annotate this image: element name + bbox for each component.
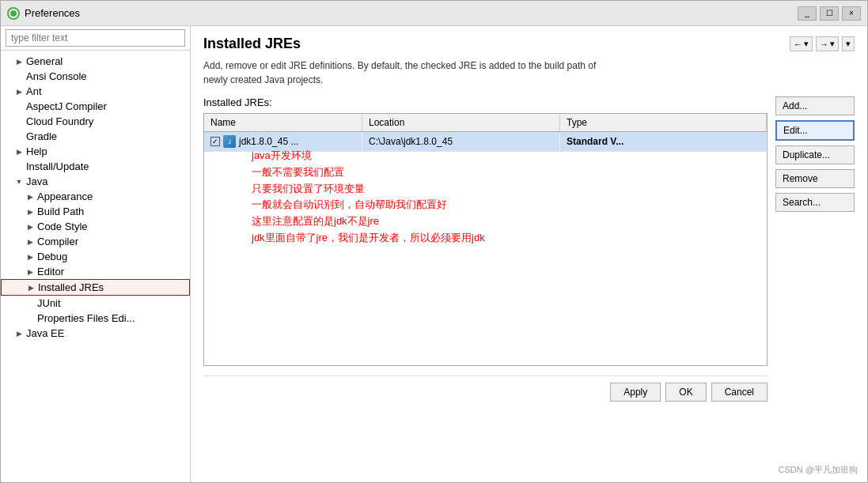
maximize-button[interactable]: ☐ (820, 6, 839, 21)
sidebar-item-junit[interactable]: JUnit (1, 296, 190, 311)
apply-button[interactable]: Apply (610, 383, 661, 402)
right-panel: Installed JREs ← ▾ → ▾ ▾ Add, rem (191, 26, 867, 482)
annotation-line5: 这里注意配置的是jdk不是jre (252, 213, 485, 230)
sidebar-item-label: Ant (26, 85, 42, 97)
sidebar-item-label: Debug (37, 251, 67, 262)
jre-name: jdk1.8.0_45 ... (239, 136, 298, 147)
sidebar-item-label: Java (26, 175, 47, 187)
sidebar-item-label: Editor (37, 266, 64, 277)
annotation-line3: 只要我们设置了环境变量 (252, 181, 485, 198)
window-title: Preferences (25, 7, 793, 19)
spacer-icon (25, 298, 36, 309)
annotation-line1: java开发环境 (252, 148, 485, 164)
sidebar-item-gradle[interactable]: Gradle (1, 129, 190, 144)
checkbox-checked-icon[interactable]: ✓ (210, 137, 220, 146)
panel-description: Add, remove or edit JRE definitions. By … (203, 58, 855, 87)
expand-icon: ▶ (25, 236, 36, 247)
sidebar-item-install-update[interactable]: Install/Update (1, 159, 190, 174)
search-box (1, 26, 190, 51)
sidebar-item-label: Appearance (37, 191, 93, 202)
spacer-icon (13, 161, 25, 172)
remove-button[interactable]: Remove (775, 169, 855, 188)
sidebar-item-code-style[interactable]: ▶ Code Style (1, 219, 190, 234)
annotation-line6: jdk里面自带了jre，我们是开发者，所以必须要用jdk (252, 230, 485, 247)
close-button[interactable]: × (842, 6, 861, 21)
sidebar-item-cloud-foundry[interactable]: Cloud Foundry (1, 114, 190, 129)
expand-icon: ▶ (25, 251, 36, 262)
sidebar-item-general[interactable]: ▶ General (1, 54, 190, 69)
desc-line2: newly created Java projects. (203, 74, 323, 85)
sidebar-item-label: AspectJ Compiler (26, 100, 107, 112)
cancel-button[interactable]: Cancel (711, 383, 768, 402)
sidebar-item-properties-files-editor[interactable]: Properties Files Edi... (1, 311, 190, 326)
sidebar-item-editor[interactable]: ▶ Editor (1, 264, 190, 279)
col-header-name: Name (204, 114, 362, 131)
title-bar: Preferences _ ☐ × (1, 1, 867, 26)
sidebar-item-label: JUnit (37, 297, 61, 309)
forward-button[interactable]: → ▾ (816, 36, 839, 51)
expand-icon: ▶ (13, 56, 25, 67)
forward-icon: → (820, 40, 828, 49)
expand-icon: ▶ (25, 191, 36, 202)
search-input[interactable] (6, 29, 185, 47)
sidebar-item-label: Ansi Console (26, 70, 87, 82)
jre-table-header: Name Location Type (204, 114, 767, 132)
sidebar-item-appearance[interactable]: ▶ Appearance (1, 189, 190, 204)
col-header-location: Location (362, 114, 560, 131)
minimize-button[interactable]: _ (798, 6, 817, 21)
expand-icon: ▶ (13, 146, 25, 157)
annotation-line2: 一般不需要我们配置 (252, 164, 485, 181)
sidebar-item-java-ee[interactable]: ▶ Java EE (1, 326, 190, 341)
jre-location: C:\Java\jdk1.8.0_45 (369, 136, 453, 147)
expand-icon: ▼ (13, 176, 25, 187)
sidebar-item-installed-jres[interactable]: ▶ Installed JREs (1, 279, 190, 296)
sidebar-item-label: Help (26, 145, 47, 157)
search-button[interactable]: Search... (775, 193, 855, 212)
sidebar-item-label: Build Path (37, 206, 84, 217)
jre-icon: J (223, 135, 236, 148)
back-icon: ← (794, 40, 802, 49)
edit-button[interactable]: Edit... (775, 120, 855, 141)
sidebar-item-label: Properties Files Edi... (37, 312, 135, 324)
main-content: ▶ General Ansi Console ▶ Ant AspectJ Com… (1, 26, 867, 482)
spacer-icon (13, 116, 25, 127)
expand-icon: ▶ (13, 86, 25, 97)
panel-header: Installed JREs ← ▾ → ▾ ▾ (203, 36, 855, 52)
expand-icon: ▶ (25, 206, 36, 217)
sidebar-item-build-path[interactable]: ▶ Build Path (1, 204, 190, 219)
desc-line1: Add, remove or edit JRE definitions. By … (203, 60, 596, 71)
watermark: CSDN @平凡加班狗 (779, 464, 858, 476)
menu-button[interactable]: ▾ (842, 36, 855, 51)
duplicate-button[interactable]: Duplicate... (775, 145, 855, 164)
sidebar-item-debug[interactable]: ▶ Debug (1, 249, 190, 264)
bottom-buttons: Apply OK Cancel (203, 375, 768, 402)
right-content: Installed JREs: Name Location Type ✓ J (203, 96, 855, 473)
forward-dropdown-icon: ▾ (830, 39, 835, 49)
spacer-icon (13, 131, 25, 142)
expand-icon: ▶ (25, 221, 36, 232)
app-icon (7, 7, 20, 20)
sidebar-item-label: Install/Update (26, 160, 89, 172)
sidebar-item-help[interactable]: ▶ Help (1, 144, 190, 159)
back-button[interactable]: ← ▾ (790, 36, 813, 51)
sidebar-item-ant[interactable]: ▶ Ant (1, 84, 190, 99)
add-button[interactable]: Add... (775, 96, 855, 115)
spacer-icon (13, 101, 25, 112)
sidebar-item-aspectj[interactable]: AspectJ Compiler (1, 99, 190, 114)
jre-type-cell: Standard V... (560, 132, 767, 151)
ok-button[interactable]: OK (665, 383, 706, 402)
annotation-overlay: java开发环境 一般不需要我们配置 只要我们设置了环境变量 一般就会自动识别到… (252, 148, 485, 247)
sidebar-item-label: Gradle (26, 130, 57, 142)
sidebar-item-java[interactable]: ▼ Java (1, 174, 190, 189)
sidebar-item-ansi-console[interactable]: Ansi Console (1, 69, 190, 84)
sidebar-item-compiler[interactable]: ▶ Compiler (1, 234, 190, 249)
expand-icon: ▶ (25, 282, 36, 293)
window-controls: _ ☐ × (798, 6, 861, 21)
jre-table-body: ✓ J jdk1.8.0_45 ... C:\Java\jdk1.8.0_45 … (204, 132, 767, 365)
sidebar-item-label: General (26, 55, 63, 67)
preferences-window: Preferences _ ☐ × ▶ General Ansi Co (0, 0, 868, 483)
expand-icon: ▶ (25, 266, 36, 277)
jre-table: Name Location Type ✓ J jdk1.8.0_45 ... (203, 113, 768, 366)
menu-icon: ▾ (846, 39, 851, 49)
tree: ▶ General Ansi Console ▶ Ant AspectJ Com… (1, 51, 190, 482)
